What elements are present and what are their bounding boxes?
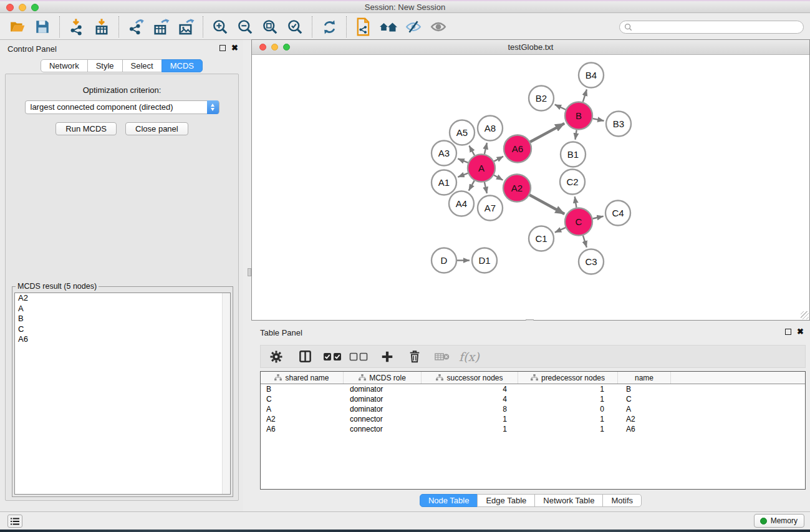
table-cell[interactable]: 1 xyxy=(518,414,618,424)
zoom-selected-button[interactable] xyxy=(282,16,307,38)
export-table-button[interactable] xyxy=(148,16,173,38)
graph-edge-B-B3[interactable] xyxy=(593,118,604,121)
scrollbar-track[interactable] xyxy=(222,293,230,494)
show-all-button[interactable] xyxy=(426,16,451,38)
close-panel-button[interactable]: Close panel xyxy=(125,122,188,135)
memory-button[interactable]: Memory xyxy=(754,514,804,528)
graph-edge-A-A7[interactable] xyxy=(485,182,487,193)
table-cell[interactable]: dominator xyxy=(344,384,422,394)
table-cell[interactable]: A2 xyxy=(618,414,671,424)
graph-edge-A-A2[interactable] xyxy=(494,175,503,180)
export-image-button[interactable] xyxy=(173,16,198,38)
column-header-name[interactable]: name xyxy=(618,372,671,384)
optimization-criterion-select[interactable]: largest connected component (directed) xyxy=(25,100,219,114)
resize-grip[interactable] xyxy=(801,311,809,319)
delete-row-button[interactable] xyxy=(404,347,425,367)
column-header-successor-nodes[interactable]: successor nodes xyxy=(422,372,518,384)
table-cell[interactable]: 0 xyxy=(518,404,618,414)
graph-edge-A-A4[interactable] xyxy=(469,181,475,191)
graph-edge-C-C3[interactable] xyxy=(583,235,587,247)
open-session-button[interactable] xyxy=(5,16,30,38)
table-row[interactable]: Bdominator41B xyxy=(261,384,805,394)
table-cell[interactable]: 1 xyxy=(518,394,618,404)
table-cell[interactable]: 1 xyxy=(518,424,618,434)
table-cell[interactable]: A xyxy=(261,404,344,414)
graph-edge-A2-C[interactable] xyxy=(529,195,564,215)
tab-mcds[interactable]: MCDS xyxy=(162,59,203,72)
table-row[interactable]: Adominator80A xyxy=(261,404,805,414)
save-session-button[interactable] xyxy=(30,16,55,38)
table-cell[interactable]: 1 xyxy=(518,384,618,394)
tab-node-table[interactable]: Node Table xyxy=(420,494,478,507)
table-cell[interactable]: dominator xyxy=(344,404,422,414)
import-table-button[interactable] xyxy=(89,16,114,38)
graph-edge-A-A3[interactable] xyxy=(458,158,468,163)
graph-edge-A6-B[interactable] xyxy=(530,123,564,142)
network-canvas[interactable]: AA1A2A3A4A5A6A7A8BB1B2B3B4CC1C2C3C4DD1 xyxy=(252,55,809,320)
close-panel-icon-button[interactable]: ✖ xyxy=(231,44,238,51)
table-cell[interactable]: dominator xyxy=(344,394,422,404)
zoom-in-button[interactable] xyxy=(208,16,233,38)
table-cell[interactable]: A6 xyxy=(618,424,671,434)
table-cell[interactable]: A6 xyxy=(261,424,344,434)
refresh-button[interactable] xyxy=(317,16,342,38)
table-cell[interactable]: B xyxy=(261,384,344,394)
graph-edge-C-C2[interactable] xyxy=(575,196,577,208)
table-cell[interactable]: 1 xyxy=(422,414,518,424)
mcds-result-item[interactable]: C xyxy=(15,324,230,335)
table-cell[interactable]: 4 xyxy=(422,384,518,394)
tab-style[interactable]: Style xyxy=(87,59,123,72)
search-input[interactable] xyxy=(619,21,804,34)
graph-edge-B-B2[interactable] xyxy=(555,105,566,110)
mcds-result-list[interactable]: A2ABCA6 xyxy=(14,293,231,495)
first-neighbors-button[interactable] xyxy=(376,16,401,38)
network-graph[interactable]: AA1A2A3A4A5A6A7A8BB1B2B3B4CC1C2C3C4DD1 xyxy=(252,55,809,320)
float-table-panel-button[interactable] xyxy=(785,329,791,335)
hide-selected-button[interactable] xyxy=(401,16,426,38)
graph-edge-C-C1[interactable] xyxy=(555,228,566,233)
column-header-predecessor-nodes[interactable]: predecessor nodes xyxy=(518,372,618,384)
table-row[interactable]: A6connector11A6 xyxy=(261,424,805,434)
import-network-button[interactable] xyxy=(64,16,89,38)
tab-motifs[interactable]: Motifs xyxy=(602,494,642,507)
run-mcds-button[interactable]: Run MCDS xyxy=(55,122,117,135)
table-cell[interactable]: B xyxy=(618,384,671,394)
close-table-panel-button[interactable]: ✖ xyxy=(797,328,804,335)
add-row-button[interactable] xyxy=(377,347,398,367)
mcds-result-item[interactable]: A2 xyxy=(15,293,230,304)
tab-edge-table[interactable]: Edge Table xyxy=(477,494,535,507)
graph-edge-A-A5[interactable] xyxy=(469,146,475,156)
show-column-button[interactable] xyxy=(294,347,316,367)
table-cell[interactable]: connector xyxy=(344,424,422,434)
mcds-result-item[interactable]: A xyxy=(15,304,230,314)
zoom-out-button[interactable] xyxy=(233,16,258,38)
vertical-splitter-handle[interactable] xyxy=(248,268,251,276)
table-settings-button[interactable] xyxy=(266,347,287,367)
table-cell[interactable]: connector xyxy=(344,414,422,424)
graph-edge-A-A6[interactable] xyxy=(494,157,503,162)
delete-table-button[interactable] xyxy=(432,347,453,367)
deselect-all-button[interactable] xyxy=(348,347,369,367)
new-network-from-selection-button[interactable] xyxy=(351,16,376,38)
table-row[interactable]: Cdominator41C xyxy=(261,394,805,404)
graph-edge-B-B4[interactable] xyxy=(583,89,587,102)
graph-edge-A-A1[interactable] xyxy=(458,173,468,177)
tab-network[interactable]: Network xyxy=(41,59,88,72)
show-panels-list-button[interactable] xyxy=(7,515,22,528)
table-cell[interactable]: A2 xyxy=(261,414,344,424)
table-cell[interactable]: 8 xyxy=(422,404,518,414)
function-builder-button[interactable]: f(x) xyxy=(455,350,483,364)
column-header-mcds-role[interactable]: MCDS role xyxy=(344,372,422,384)
table-cell[interactable]: 1 xyxy=(422,424,518,434)
graph-edge-C-C4[interactable] xyxy=(592,216,603,219)
table-cell[interactable]: 4 xyxy=(422,394,518,404)
tab-network-table[interactable]: Network Table xyxy=(534,494,603,507)
table-cell[interactable]: A xyxy=(618,404,671,414)
tab-select[interactable]: Select xyxy=(122,59,162,72)
export-network-button[interactable] xyxy=(123,16,148,38)
mcds-result-item[interactable]: A6 xyxy=(15,334,230,345)
table-cell[interactable]: C xyxy=(261,394,344,404)
table-row[interactable]: A2connector11A2 xyxy=(261,414,805,424)
select-all-button[interactable] xyxy=(322,347,343,367)
graph-edge-A-A8[interactable] xyxy=(485,143,487,154)
